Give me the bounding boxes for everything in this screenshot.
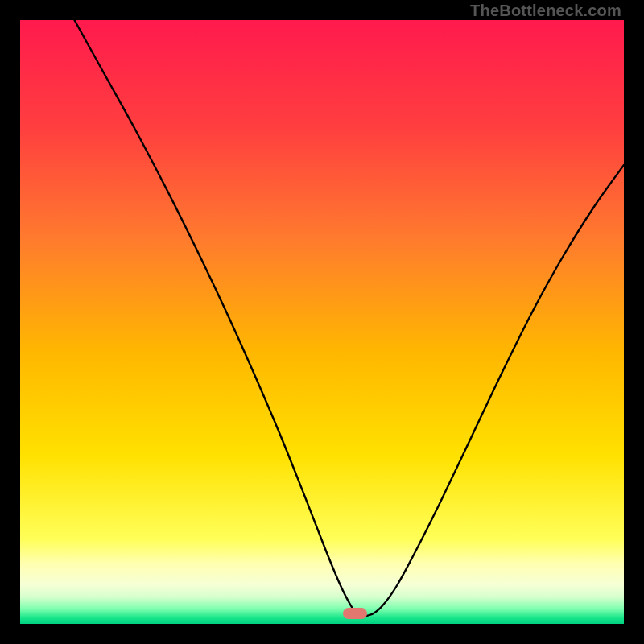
optimal-marker [343,608,367,619]
bottleneck-curve [20,20,624,624]
chart-frame: TheBottleneck.com [0,0,644,644]
plot-area [20,20,624,624]
watermark-text: TheBottleneck.com [470,2,621,20]
